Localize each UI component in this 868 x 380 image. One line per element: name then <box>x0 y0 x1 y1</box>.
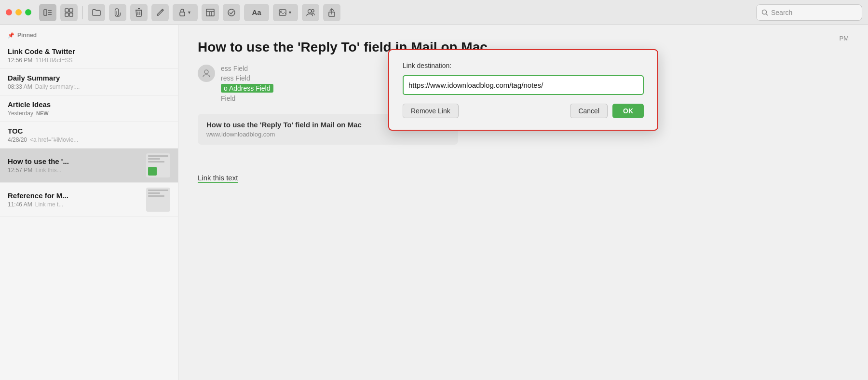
thumb-lines <box>146 153 170 166</box>
format-button[interactable]: Aa <box>244 4 269 21</box>
svg-point-21 <box>312 9 314 12</box>
note-date: 12:57 PM <box>8 167 32 174</box>
collaborate-icon <box>306 8 315 17</box>
attachment-icon <box>113 8 122 17</box>
dialog-label: Link destination: <box>403 62 644 69</box>
note-item-reference-for-m[interactable]: Reference for M... 11:46 AM Link me t... <box>0 183 178 217</box>
note-title: How to use the '... <box>8 157 69 165</box>
note-text-content: How to use the '... 12:57 PM Link this..… <box>8 157 69 174</box>
format-label: Aa <box>252 8 261 16</box>
dialog-input-wrapper[interactable] <box>403 75 644 95</box>
thumb-line-2 <box>148 192 160 194</box>
close-button[interactable] <box>6 9 12 15</box>
note-thumbnail <box>146 188 170 212</box>
note-preview: <a href="#iMovie... <box>30 136 78 143</box>
note-meta: Yesterday NEW <box>8 110 170 117</box>
note-header: Link Code & Twitter <box>8 47 170 55</box>
svg-line-25 <box>766 14 768 15</box>
pinned-label: Pinned <box>17 32 37 39</box>
note-date: 4/28/20 <box>8 136 27 143</box>
thumb-line-3 <box>148 195 164 197</box>
search-placeholder[interactable]: Search <box>771 9 792 16</box>
trash-icon <box>135 8 143 17</box>
note-header: How to use the '... <box>8 157 69 165</box>
note-item-article-ideas[interactable]: Article Ideas Yesterday NEW <box>0 95 178 122</box>
checklist-button[interactable] <box>223 4 240 21</box>
svg-rect-6 <box>65 13 68 16</box>
svg-rect-7 <box>69 13 73 16</box>
lock-button[interactable]: ▼ <box>173 4 198 21</box>
collaborate-button[interactable] <box>302 4 319 21</box>
delete-button[interactable] <box>130 4 148 21</box>
note-thumbnail <box>146 153 170 177</box>
separator-1 <box>82 6 83 19</box>
attachment-button[interactable] <box>109 4 126 21</box>
note-item-toc[interactable]: TOC 4/28/20 <a href="#iMovie... <box>0 122 178 149</box>
dialog-overlay: Link destination: Remove Link Cancel OK <box>178 25 868 380</box>
lock-chevron: ▼ <box>187 10 191 15</box>
cancel-button[interactable]: Cancel <box>570 104 608 118</box>
media-button[interactable]: ▼ <box>273 4 298 21</box>
ok-button[interactable]: OK <box>612 104 644 118</box>
media-icon <box>279 9 286 16</box>
maximize-button[interactable] <box>25 9 31 15</box>
note-title: TOC <box>8 127 23 135</box>
export-button[interactable] <box>323 4 340 21</box>
note-meta: 12:56 PM 11I4L8&ct=SS <box>8 57 170 64</box>
svg-rect-5 <box>69 9 73 12</box>
note-badge-new: NEW <box>36 110 49 116</box>
note-preview: Daily summary:... <box>35 83 80 90</box>
content-area: PM How to use the 'Reply To' field in Ma… <box>178 25 868 380</box>
note-date: 12:56 PM <box>8 57 32 64</box>
table-button[interactable] <box>202 4 219 21</box>
grid-view-button[interactable] <box>60 4 78 21</box>
note-meta: 11:46 AM Link me t... <box>8 201 68 208</box>
remove-link-button[interactable]: Remove Link <box>403 104 459 118</box>
note-text-content: Reference for M... 11:46 AM Link me t... <box>8 191 68 208</box>
note-item-link-code-twitter[interactable]: Link Code & Twitter 12:56 PM 11I4L8&ct=S… <box>0 42 178 69</box>
pinned-header: 📌 Pinned <box>0 29 178 42</box>
note-title: Reference for M... <box>8 191 68 200</box>
thumb-line-3 <box>148 161 164 163</box>
thumb-line-1 <box>148 190 168 191</box>
title-bar: ▼ Aa ▼ <box>0 0 868 25</box>
note-item-how-to-use[interactable]: How to use the '... 12:57 PM Link this..… <box>0 149 178 183</box>
note-item-daily-summary[interactable]: Daily Summary 08:33 AM Daily summary:... <box>0 69 178 95</box>
thumb-line-2 <box>148 158 160 160</box>
note-meta: 12:57 PM Link this... <box>8 167 69 174</box>
note-title: Daily Summary <box>8 74 60 82</box>
note-meta: 4/28/20 <a href="#iMovie... <box>8 136 170 143</box>
svg-rect-13 <box>206 9 214 16</box>
pin-icon: 📌 <box>8 32 14 39</box>
search-bar: Search <box>756 4 862 21</box>
svg-point-20 <box>308 9 312 13</box>
note-date: 11:46 AM <box>8 201 32 208</box>
window-controls <box>6 9 31 15</box>
sidebar-toggle-button[interactable] <box>39 4 56 21</box>
media-chevron: ▼ <box>288 10 292 15</box>
dialog-buttons: Remove Link Cancel OK <box>403 104 644 118</box>
dialog-right-buttons: Cancel OK <box>570 104 644 118</box>
note-item-with-thumb: How to use the '... 12:57 PM Link this..… <box>8 153 170 177</box>
link-destination-input[interactable] <box>407 78 639 92</box>
note-header: TOC <box>8 127 170 135</box>
sidebar-icon <box>43 8 52 17</box>
folders-button[interactable] <box>88 4 105 21</box>
thumb-accent <box>148 167 157 176</box>
note-preview: Link this... <box>35 167 61 174</box>
compose-button[interactable] <box>151 4 169 21</box>
note-preview: 11I4L8&ct=SS <box>35 57 72 64</box>
thumb-line-1 <box>148 155 168 157</box>
svg-rect-18 <box>279 10 286 15</box>
svg-rect-12 <box>180 12 185 16</box>
note-meta: 08:33 AM Daily summary:... <box>8 83 170 90</box>
minimize-button[interactable] <box>15 9 22 15</box>
note-title: Article Ideas <box>8 100 51 109</box>
note-title: Link Code & Twitter <box>8 47 75 55</box>
link-dialog: Link destination: Remove Link Cancel OK <box>388 49 658 131</box>
svg-rect-4 <box>65 9 68 12</box>
svg-rect-0 <box>44 10 47 15</box>
lock-icon <box>179 9 186 16</box>
note-preview: Link me t... <box>35 201 64 208</box>
search-icon <box>761 9 768 16</box>
